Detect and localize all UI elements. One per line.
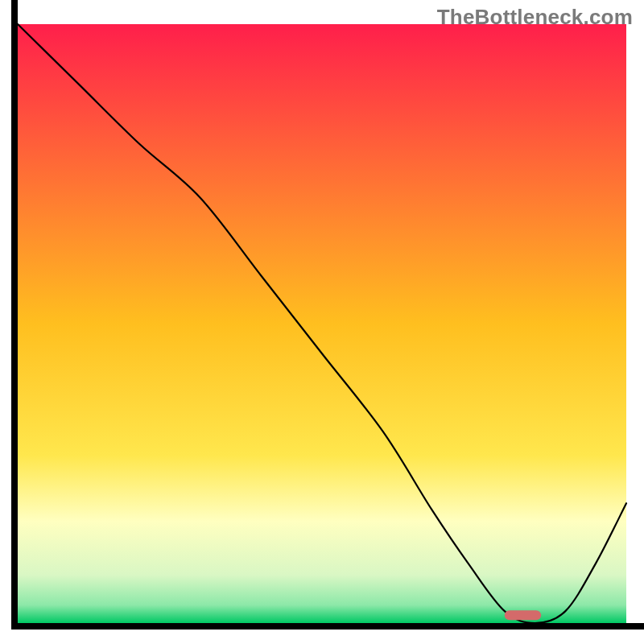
- chart-svg: [0, 0, 644, 644]
- watermark-text: TheBottleneck.com: [437, 5, 633, 30]
- minimum-marker: [505, 610, 541, 620]
- bottleneck-chart: TheBottleneck.com: [0, 0, 644, 644]
